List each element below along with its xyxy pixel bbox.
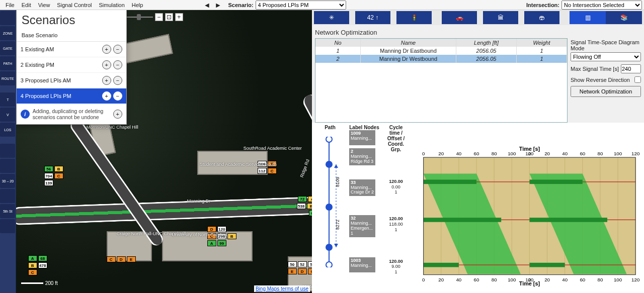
scenario-info-text: Adding, duplicating or deleting scenario…: [33, 108, 108, 120]
delete-button[interactable]: −: [113, 60, 122, 69]
tool-t[interactable]: T: [0, 92, 15, 107]
intersection-select[interactable]: No Intersection Selected: [561, 1, 642, 10]
mode-select[interactable]: Flowing Off: [571, 52, 641, 61]
tool-node[interactable]: [0, 11, 15, 25]
svg-text:80: 80: [598, 277, 603, 282]
ts-node[interactable]: 33Manning... Craige Dr 2: [349, 179, 375, 197]
svg-text:60: 60: [474, 151, 479, 156]
svg-rect-35: [424, 263, 459, 267]
menu-signal-control[interactable]: Signal Control: [53, 1, 95, 9]
nav-fwd-icon[interactable]: ►: [213, 1, 223, 9]
mode-tab-6[interactable]: 🏟: [524, 11, 559, 24]
svg-text:60: 60: [474, 277, 479, 282]
scenario-row[interactable]: 1 Existing AM+−: [17, 42, 126, 57]
mode-tab-5[interactable]: 🏛: [483, 11, 518, 24]
map-zoom-control[interactable]: − ⊡ +: [123, 13, 183, 21]
table-row[interactable]: 1Manning Dr Eastbound2056.051: [315, 47, 567, 55]
time-space-diagram: Path 8109 8272 Label Nodes: [312, 123, 644, 293]
tool-route[interactable]: ROUTE: [0, 71, 15, 85]
network-side-panel: Signal Time-Space Diagram Mode Flowing O…: [571, 38, 641, 123]
max-signal-input[interactable]: [621, 64, 641, 73]
svg-text:60: 60: [580, 151, 585, 156]
mode-tab-1[interactable]: ✳: [314, 11, 349, 24]
svg-point-1: [326, 137, 332, 142]
scenario-panel-title: Scenarios: [17, 10, 126, 29]
scenario-label: Scenario:: [228, 2, 253, 8]
col-name: Name: [361, 39, 456, 47]
menu-simulation[interactable]: Simulation: [95, 1, 128, 9]
col-length: Length [ft]: [456, 39, 517, 47]
svg-text:20: 20: [438, 151, 444, 156]
delete-button[interactable]: −: [113, 45, 122, 54]
scenario-row[interactable]: 3 Proposed LPIs AM+−: [17, 73, 126, 88]
reverse-label: Show Reverse Direction: [571, 77, 632, 83]
svg-text:100: 100: [508, 151, 516, 156]
svg-point-5: [326, 262, 332, 267]
svg-text:20: 20: [544, 277, 550, 282]
duplicate-button[interactable]: +: [102, 45, 111, 54]
duplicate-button[interactable]: +: [102, 60, 111, 69]
scenario-add-button[interactable]: +: [113, 110, 122, 119]
svg-text:8272: 8272: [335, 220, 340, 230]
mode-tab-layers[interactable]: 📚: [606, 11, 642, 24]
delete-button[interactable]: −: [113, 76, 122, 85]
tool-ts2[interactable]: [0, 159, 15, 173]
ts-node[interactable]: 1003Manning...: [349, 257, 375, 272]
duplicate-button[interactable]: +: [102, 91, 111, 101]
menubar: File Edit View Signal Control Simulation…: [0, 0, 644, 10]
mode-tab-4[interactable]: 🚗: [442, 11, 477, 24]
svg-text:120: 120: [631, 151, 640, 156]
tool-zone[interactable]: ZONE: [0, 26, 15, 40]
reverse-checkbox[interactable]: [634, 76, 641, 83]
tool-gate[interactable]: GATE: [0, 41, 15, 55]
menu-file[interactable]: File: [2, 1, 18, 9]
svg-text:20: 20: [544, 151, 550, 156]
svg-text:80: 80: [492, 277, 497, 282]
menu-help[interactable]: Help: [128, 1, 147, 9]
tool-los[interactable]: LOS: [0, 123, 15, 137]
ts-node-info: 120.00118.001: [383, 216, 409, 232]
zoom-in-icon[interactable]: +: [175, 13, 183, 21]
mode-tab-ts[interactable]: ▥: [570, 11, 606, 24]
tool-seg[interactable]: [0, 189, 15, 203]
ts-chart[interactable]: 0020204040606080801001001201200020204040…: [413, 125, 641, 293]
map-viewport[interactable]: 56B 704C 139 306B 112C 72A 538B 68C E D1…: [16, 10, 312, 293]
menu-view[interactable]: View: [35, 1, 54, 9]
tool-ts1[interactable]: [0, 144, 15, 158]
svg-text:40: 40: [456, 277, 461, 282]
mode-tab-2[interactable]: 42 ↑: [355, 11, 390, 24]
base-scenario-item[interactable]: Base Scenario: [17, 29, 126, 42]
intersection-label: Intersection:: [526, 2, 559, 8]
svg-point-3: [326, 204, 333, 211]
duplicate-button[interactable]: +: [102, 76, 111, 85]
svg-marker-8: [334, 164, 338, 168]
scenario-row[interactable]: 4 Proposed LPIs PM+−: [17, 88, 126, 104]
network-optimization-title: Network Optimization: [315, 27, 641, 38]
ts-node[interactable]: 32Manning... Emergen... 1: [349, 215, 375, 237]
left-toolbar: ZONEGATEPATHROUTETVLOS30 – 205th St: [0, 10, 16, 293]
tool-last[interactable]: [0, 219, 15, 233]
scenario-row[interactable]: 2 Existing PM+−: [17, 57, 126, 73]
svg-text:100: 100: [508, 277, 516, 282]
nav-back-icon[interactable]: ◄: [202, 1, 212, 9]
zoom-fit-icon[interactable]: ⊡: [165, 13, 173, 21]
map-label: Student and Academic Services South: [200, 162, 277, 167]
menu-edit[interactable]: Edit: [18, 1, 35, 9]
table-row[interactable]: 2Manning Dr Westbound2056.051: [315, 55, 567, 63]
tool-5th[interactable]: 5th St: [0, 204, 15, 218]
map-attribution-link[interactable]: Bing Maps terms of use: [254, 285, 310, 292]
tool-path[interactable]: PATH: [0, 56, 15, 70]
ts-node-info: 120.009.001: [383, 259, 409, 275]
ts-node[interactable]: 2Manning... Ridge Rd 3: [349, 148, 375, 165]
ts-node[interactable]: 1009Manning...: [349, 130, 375, 145]
network-table[interactable]: No Name Length [ft] Weight 1Manning Dr E…: [315, 38, 568, 123]
tool-30-20[interactable]: 30 – 20: [0, 174, 15, 188]
tool-v[interactable]: V: [0, 108, 15, 122]
mode-tab-3[interactable]: 🚦: [396, 11, 432, 24]
network-optimization-button[interactable]: Network Optimization: [571, 86, 641, 97]
svg-text:20: 20: [438, 277, 444, 282]
zoom-out-icon[interactable]: −: [155, 13, 163, 21]
mode-tabs: ✳ 42 ↑ 🚦 🚗 🏛 🏟 ▥ 📚: [312, 10, 644, 25]
scenario-select[interactable]: 4 Proposed LPIs PM: [256, 1, 346, 10]
delete-button[interactable]: −: [113, 91, 122, 101]
